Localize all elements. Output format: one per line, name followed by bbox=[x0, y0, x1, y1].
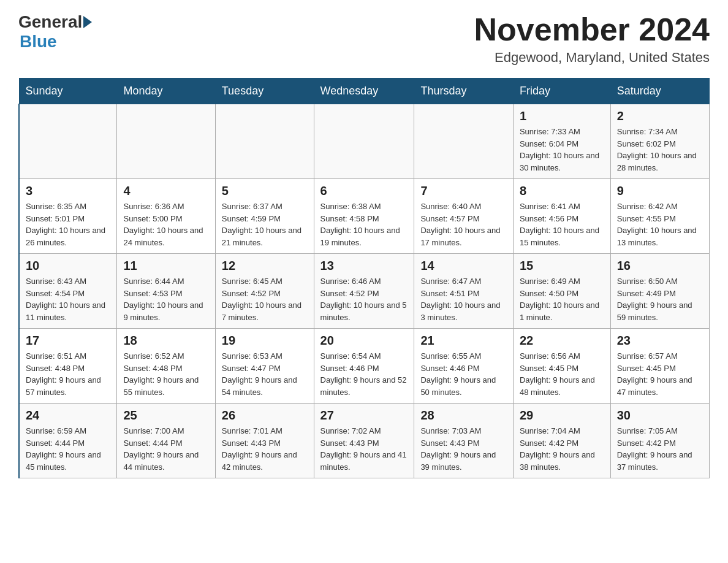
calendar-cell: 3Sunrise: 6:35 AMSunset: 5:01 PMDaylight… bbox=[19, 179, 117, 254]
day-info: Sunrise: 6:45 AMSunset: 4:52 PMDaylight:… bbox=[222, 275, 308, 323]
day-info: Sunrise: 6:35 AMSunset: 5:01 PMDaylight:… bbox=[26, 201, 110, 248]
day-info: Sunrise: 6:41 AMSunset: 4:56 PMDaylight:… bbox=[520, 201, 604, 248]
day-info: Sunrise: 7:01 AMSunset: 4:43 PMDaylight:… bbox=[222, 425, 308, 473]
day-number: 28 bbox=[420, 408, 507, 423]
day-number: 21 bbox=[420, 334, 507, 348]
logo: General Blue bbox=[18, 12, 93, 52]
calendar-cell: 1Sunrise: 7:33 AMSunset: 6:04 PMDaylight… bbox=[513, 104, 610, 179]
calendar-cell: 25Sunrise: 7:00 AMSunset: 4:44 PMDayligh… bbox=[117, 404, 215, 478]
calendar-cell: 18Sunrise: 6:52 AMSunset: 4:48 PMDayligh… bbox=[117, 329, 215, 404]
calendar-cell: 30Sunrise: 7:05 AMSunset: 4:42 PMDayligh… bbox=[610, 404, 709, 478]
calendar-cell bbox=[117, 104, 215, 179]
calendar-cell: 17Sunrise: 6:51 AMSunset: 4:48 PMDayligh… bbox=[19, 329, 117, 404]
calendar-cell: 19Sunrise: 6:53 AMSunset: 4:47 PMDayligh… bbox=[215, 329, 314, 404]
calendar-table: Sunday Monday Tuesday Wednesday Thursday… bbox=[18, 78, 710, 478]
calendar-body: 1Sunrise: 7:33 AMSunset: 6:04 PMDaylight… bbox=[19, 104, 710, 478]
header-tuesday: Tuesday bbox=[215, 79, 314, 104]
day-number: 5 bbox=[222, 184, 308, 198]
day-info: Sunrise: 6:40 AMSunset: 4:57 PMDaylight:… bbox=[420, 201, 507, 248]
calendar-cell: 9Sunrise: 6:42 AMSunset: 4:55 PMDaylight… bbox=[610, 179, 709, 254]
day-number: 20 bbox=[320, 334, 408, 348]
calendar-cell: 6Sunrise: 6:38 AMSunset: 4:58 PMDaylight… bbox=[314, 179, 414, 254]
calendar-cell: 7Sunrise: 6:40 AMSunset: 4:57 PMDaylight… bbox=[414, 179, 514, 254]
logo-arrow-icon bbox=[83, 16, 92, 28]
calendar-cell: 15Sunrise: 6:49 AMSunset: 4:50 PMDayligh… bbox=[513, 254, 610, 329]
day-info: Sunrise: 6:37 AMSunset: 4:59 PMDaylight:… bbox=[222, 201, 308, 248]
day-number: 14 bbox=[420, 259, 507, 273]
day-number: 26 bbox=[222, 408, 308, 423]
header-monday: Monday bbox=[117, 79, 215, 104]
calendar-cell: 2Sunrise: 7:34 AMSunset: 6:02 PMDaylight… bbox=[610, 104, 709, 179]
calendar-cell bbox=[215, 104, 314, 179]
day-info: Sunrise: 6:59 AMSunset: 4:44 PMDaylight:… bbox=[26, 425, 110, 473]
calendar-cell bbox=[314, 104, 414, 179]
calendar-cell: 27Sunrise: 7:02 AMSunset: 4:43 PMDayligh… bbox=[314, 404, 414, 478]
day-number: 23 bbox=[617, 334, 703, 348]
day-info: Sunrise: 7:33 AMSunset: 6:04 PMDaylight:… bbox=[520, 126, 604, 174]
header-saturday: Saturday bbox=[610, 79, 709, 104]
day-info: Sunrise: 6:46 AMSunset: 4:52 PMDaylight:… bbox=[320, 275, 408, 323]
calendar-cell: 22Sunrise: 6:56 AMSunset: 4:45 PMDayligh… bbox=[513, 329, 610, 404]
calendar-cell: 8Sunrise: 6:41 AMSunset: 4:56 PMDaylight… bbox=[513, 179, 610, 254]
month-title: November 2024 bbox=[474, 12, 710, 47]
day-info: Sunrise: 6:54 AMSunset: 4:46 PMDaylight:… bbox=[320, 350, 408, 398]
day-info: Sunrise: 7:00 AMSunset: 4:44 PMDaylight:… bbox=[123, 425, 208, 473]
header-sunday: Sunday bbox=[19, 79, 117, 104]
day-number: 15 bbox=[520, 259, 604, 273]
day-number: 24 bbox=[26, 408, 110, 423]
day-number: 9 bbox=[617, 184, 703, 198]
day-number: 4 bbox=[123, 184, 208, 198]
day-number: 29 bbox=[520, 408, 604, 423]
day-info: Sunrise: 7:04 AMSunset: 4:42 PMDaylight:… bbox=[520, 425, 604, 473]
day-number: 12 bbox=[222, 259, 308, 273]
calendar-cell: 13Sunrise: 6:46 AMSunset: 4:52 PMDayligh… bbox=[314, 254, 414, 329]
day-number: 8 bbox=[520, 184, 604, 198]
header: General Blue November 2024 Edgewood, Mar… bbox=[18, 12, 710, 66]
day-number: 1 bbox=[520, 109, 604, 123]
location: Edgewood, Maryland, United States bbox=[474, 50, 710, 66]
day-number: 19 bbox=[222, 334, 308, 348]
day-info: Sunrise: 6:49 AMSunset: 4:50 PMDaylight:… bbox=[520, 275, 604, 323]
day-number: 22 bbox=[520, 334, 604, 348]
calendar-header: Sunday Monday Tuesday Wednesday Thursday… bbox=[19, 79, 710, 104]
header-thursday: Thursday bbox=[414, 79, 514, 104]
calendar-cell bbox=[19, 104, 117, 179]
day-number: 25 bbox=[123, 408, 208, 423]
day-info: Sunrise: 6:55 AMSunset: 4:46 PMDaylight:… bbox=[420, 350, 507, 398]
title-area: November 2024 Edgewood, Maryland, United… bbox=[474, 12, 710, 66]
header-wednesday: Wednesday bbox=[314, 79, 414, 104]
calendar-cell: 23Sunrise: 6:57 AMSunset: 4:45 PMDayligh… bbox=[610, 329, 709, 404]
day-info: Sunrise: 6:56 AMSunset: 4:45 PMDaylight:… bbox=[520, 350, 604, 398]
day-number: 3 bbox=[26, 184, 110, 198]
day-info: Sunrise: 6:42 AMSunset: 4:55 PMDaylight:… bbox=[617, 201, 703, 248]
day-info: Sunrise: 7:02 AMSunset: 4:43 PMDaylight:… bbox=[320, 425, 408, 473]
header-friday: Friday bbox=[513, 79, 610, 104]
calendar-cell: 24Sunrise: 6:59 AMSunset: 4:44 PMDayligh… bbox=[19, 404, 117, 478]
day-info: Sunrise: 6:53 AMSunset: 4:47 PMDaylight:… bbox=[222, 350, 308, 398]
day-info: Sunrise: 6:51 AMSunset: 4:48 PMDaylight:… bbox=[26, 350, 110, 398]
calendar-cell: 16Sunrise: 6:50 AMSunset: 4:49 PMDayligh… bbox=[610, 254, 709, 329]
day-number: 11 bbox=[123, 259, 208, 273]
calendar-cell: 14Sunrise: 6:47 AMSunset: 4:51 PMDayligh… bbox=[414, 254, 514, 329]
day-info: Sunrise: 6:50 AMSunset: 4:49 PMDaylight:… bbox=[617, 275, 703, 323]
calendar-cell: 29Sunrise: 7:04 AMSunset: 4:42 PMDayligh… bbox=[513, 404, 610, 478]
day-info: Sunrise: 6:52 AMSunset: 4:48 PMDaylight:… bbox=[123, 350, 208, 398]
logo-general-text: General bbox=[18, 12, 82, 32]
day-number: 7 bbox=[420, 184, 507, 198]
calendar-cell: 21Sunrise: 6:55 AMSunset: 4:46 PMDayligh… bbox=[414, 329, 514, 404]
day-info: Sunrise: 6:38 AMSunset: 4:58 PMDaylight:… bbox=[320, 201, 408, 248]
calendar-cell: 10Sunrise: 6:43 AMSunset: 4:54 PMDayligh… bbox=[19, 254, 117, 329]
calendar-cell: 20Sunrise: 6:54 AMSunset: 4:46 PMDayligh… bbox=[314, 329, 414, 404]
day-number: 13 bbox=[320, 259, 408, 273]
day-info: Sunrise: 7:34 AMSunset: 6:02 PMDaylight:… bbox=[617, 126, 703, 174]
day-number: 6 bbox=[320, 184, 408, 198]
calendar-cell: 12Sunrise: 6:45 AMSunset: 4:52 PMDayligh… bbox=[215, 254, 314, 329]
calendar-cell: 5Sunrise: 6:37 AMSunset: 4:59 PMDaylight… bbox=[215, 179, 314, 254]
logo-blue-text: Blue bbox=[20, 32, 57, 51]
day-number: 10 bbox=[26, 259, 110, 273]
calendar-cell: 11Sunrise: 6:44 AMSunset: 4:53 PMDayligh… bbox=[117, 254, 215, 329]
calendar-cell: 26Sunrise: 7:01 AMSunset: 4:43 PMDayligh… bbox=[215, 404, 314, 478]
day-info: Sunrise: 6:44 AMSunset: 4:53 PMDaylight:… bbox=[123, 275, 208, 323]
day-number: 2 bbox=[617, 109, 703, 123]
day-info: Sunrise: 6:43 AMSunset: 4:54 PMDaylight:… bbox=[26, 275, 110, 323]
